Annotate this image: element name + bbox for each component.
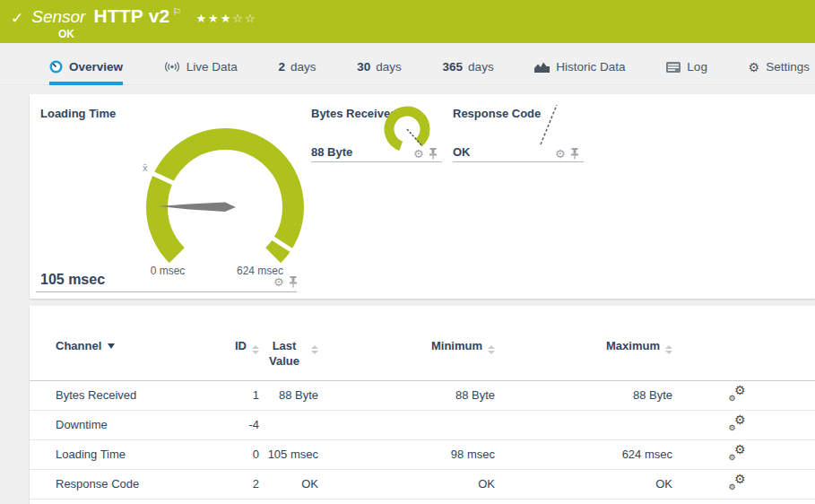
tab-365-days[interactable]: 365days [443,60,494,85]
loading-time-gauge[interactable]: x̄ [135,116,315,282]
sensor-title: HTTP v2 [93,5,169,27]
table-row[interactable]: Response Code 2 OK OK OK ⚙⚙ [30,470,815,500]
gauge-title-loading-time: Loading Time [40,107,116,120]
column-header-id[interactable]: ID [199,306,259,380]
tab-bar: OverviewLive Data2days30days365daysHisto… [0,56,815,85]
gauge-icon [49,60,63,74]
sort-icon [252,345,259,354]
channel-name[interactable]: Downtime [56,418,199,431]
channel-settings-icon[interactable]: ⚙⚙ [729,475,746,491]
channel-settings-icon[interactable]: ⚙⚙ [729,387,746,402]
column-header-channel[interactable]: Channel [56,306,199,380]
tab-label: Live Data [186,60,238,74]
gauge-scale-min: 0 msec [132,265,204,277]
tab-label: days [290,60,316,74]
status-check-icon: ✓ [11,9,23,28]
sort-desc-icon [108,343,115,349]
settings-icon: ⚙ [749,61,760,74]
tab-label: Overview [69,60,123,74]
column-header-maximum[interactable]: Maximum [495,306,672,380]
table-row[interactable]: Bytes Received 1 88 Byte 88 Byte 88 Byte… [30,381,815,411]
tab-label: days [468,60,494,74]
tab-label: Log [687,60,707,74]
gauge-pin-icon[interactable] [570,148,579,160]
channel-minimum: OK [318,477,495,491]
panel-divider [36,291,297,292]
channel-id: 0 [199,448,259,461]
priority-stars[interactable]: ★★★☆☆ [195,12,256,25]
tab-label: Settings [766,60,810,74]
channel-id: -4 [199,418,259,431]
tab-settings[interactable]: ⚙Settings [749,60,810,85]
channel-last-value: OK [259,477,318,491]
table-row[interactable]: Loading Time 0 105 msec 98 msec 624 msec… [30,440,815,470]
tab-live-data[interactable]: Live Data [164,60,238,85]
response-code-value: OK [453,145,471,159]
channel-maximum: 624 msec [495,448,672,461]
channel-name[interactable]: Response Code [56,477,199,491]
channel-name[interactable]: Loading Time [56,448,199,461]
panel-divider [453,161,584,162]
gauge-needle [159,203,236,213]
channel-minimum: 88 Byte [318,388,495,402]
gauge-pin-icon[interactable] [289,276,298,288]
channel-id: 2 [199,477,259,491]
column-header-last-value[interactable]: Last Value [259,306,318,380]
tab-number: 30 [357,60,370,74]
channel-last-value: 105 msec [259,448,318,461]
sensor-type-label: Sensor [31,7,85,27]
gauges-panel: Loading Time x̄ 0 msec 624 msec 105 msec… [30,94,815,299]
table-row[interactable]: Downtime -4 ⚙⚙ [30,411,815,440]
sort-icon [311,345,318,354]
channel-maximum: OK [495,477,672,491]
tab-overview[interactable]: Overview [49,60,123,85]
tab-label: Historic Data [556,60,625,74]
loading-time-value: 105 msec [40,272,105,288]
tab-30-days[interactable]: 30days [357,60,402,85]
gauge-gear-icon[interactable]: ⚙ [413,148,424,160]
tab-number: 2 [279,60,286,74]
channel-minimum: 98 msec [318,448,495,461]
gauge-title-response-code: Response Code [453,107,541,120]
bytes-received-value: 88 Byte [311,145,352,159]
historic-icon [534,61,550,73]
column-header-minimum[interactable]: Minimum [318,306,495,380]
sort-icon [488,345,495,354]
tab-log[interactable]: Log [666,60,707,85]
live-icon [164,61,180,73]
channel-settings-icon[interactable]: ⚙⚙ [729,446,746,461]
gauge-scale-max: 624 msec [224,265,296,277]
gauge-gear-icon[interactable]: ⚙ [273,276,284,288]
response-code-gauge[interactable] [530,98,568,148]
sensor-header: ✓ Sensor HTTP v2 ⚐ ★★★☆☆ OK [0,0,815,43]
channel-last-value: 88 Byte [259,388,318,402]
channel-name[interactable]: Bytes Received [56,388,199,402]
channel-table-header: Channel ID Last Value Minimum Maximum [30,306,815,381]
tab-2-days[interactable]: 2days [279,60,316,85]
sort-icon [665,345,672,354]
tab-label: days [376,60,402,74]
flag-icon[interactable]: ⚐ [173,6,182,18]
tab-historic-data[interactable]: Historic Data [534,60,625,85]
mean-marker-label: x̄ [143,162,148,173]
gauge-pin-icon[interactable] [429,148,438,160]
channel-id: 1 [199,388,259,402]
gauge-gear-icon[interactable]: ⚙ [555,148,566,160]
channel-maximum: 88 Byte [495,388,672,402]
channel-table-body: Bytes Received 1 88 Byte 88 Byte 88 Byte… [30,381,815,500]
panel-divider [311,161,442,162]
log-icon [666,62,681,73]
sensor-status-badge: OK [58,28,815,40]
channel-table-panel: Channel ID Last Value Minimum Maximum By… [30,306,815,504]
tab-number: 365 [443,60,464,74]
channel-settings-icon[interactable]: ⚙⚙ [729,416,746,431]
